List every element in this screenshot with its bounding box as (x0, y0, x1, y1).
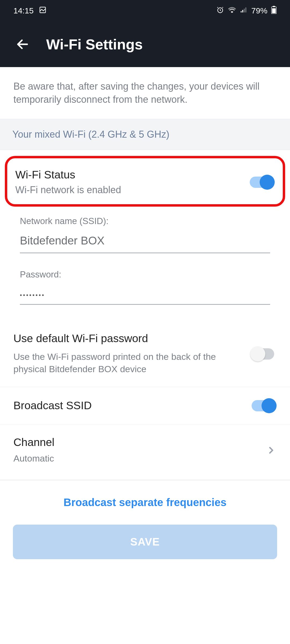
battery-percent: 79% (251, 6, 267, 15)
password-field-container: Password: (0, 264, 290, 316)
arrow-left-icon (16, 37, 30, 51)
status-time: 14:15 (13, 6, 34, 15)
page-title: Wi-Fi Settings (46, 36, 143, 53)
picture-icon (39, 6, 46, 16)
default-password-title: Use default Wi-Fi password (13, 332, 240, 345)
ssid-field-container: Network name (SSID): (0, 211, 290, 264)
broadcast-ssid-row: Broadcast SSID (0, 387, 290, 425)
broadcast-ssid-toggle[interactable] (250, 398, 277, 413)
default-password-row: Use default Wi-Fi password Use the Wi-Fi… (0, 321, 290, 387)
battery-icon (271, 6, 277, 16)
broadcast-ssid-title: Broadcast SSID (13, 399, 240, 412)
svg-rect-3 (242, 10, 243, 12)
channel-row[interactable]: Channel Automatic (0, 425, 290, 476)
broadcast-ssid-text: Broadcast SSID (13, 399, 250, 412)
chevron-right-icon (266, 445, 277, 456)
ssid-input[interactable] (20, 232, 270, 253)
wifi-status-title: Wi-Fi Status (15, 169, 248, 181)
section-header: Your mixed Wi-Fi (2.4 GHz & 5 GHz) (0, 119, 290, 150)
wifi-status-text: Wi-Fi Status Wi-Fi network is enabled (15, 169, 248, 196)
save-button[interactable]: SAVE (13, 525, 277, 559)
svg-rect-5 (245, 7, 247, 12)
status-bar-right: 79% (216, 6, 277, 16)
status-bar: 14:15 (0, 0, 290, 21)
wifi-status-subtitle: Wi-Fi network is enabled (15, 184, 248, 196)
warning-text: Be aware that, after saving the changes,… (0, 67, 290, 119)
wifi-status-toggle[interactable] (248, 175, 275, 190)
channel-text: Channel Automatic (13, 436, 266, 465)
wifi-status-row: Wi-Fi Status Wi-Fi network is enabled (5, 156, 285, 207)
channel-value: Automatic (13, 452, 255, 465)
app-bar: Wi-Fi Settings (0, 21, 290, 67)
ssid-label: Network name (SSID): (20, 216, 270, 226)
default-password-text: Use default Wi-Fi password Use the Wi-Fi… (13, 332, 250, 375)
password-label: Password: (20, 269, 270, 280)
alarm-icon (216, 6, 224, 16)
password-input[interactable] (20, 285, 270, 305)
default-password-subtitle: Use the Wi-Fi password printed on the ba… (13, 351, 240, 375)
broadcast-frequencies-link[interactable]: Broadcast separate frequencies (0, 480, 290, 522)
svg-rect-8 (272, 8, 276, 13)
channel-title: Channel (13, 436, 255, 449)
svg-rect-2 (241, 11, 242, 12)
wifi-icon (228, 6, 236, 16)
status-bar-left: 14:15 (13, 6, 46, 16)
default-password-toggle[interactable] (250, 346, 277, 361)
svg-rect-7 (273, 6, 275, 7)
svg-rect-4 (244, 9, 245, 12)
back-button[interactable] (15, 37, 30, 52)
content: Be aware that, after saving the changes,… (0, 67, 290, 559)
signal-icon (240, 6, 248, 16)
